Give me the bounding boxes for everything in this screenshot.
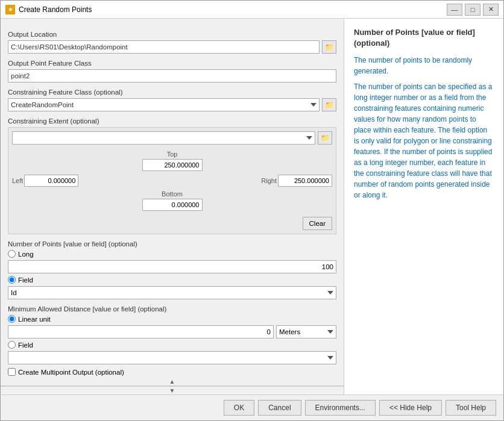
extent-bottom-input[interactable] (142, 199, 203, 211)
bottom-bar: OK Cancel Environments... << Hide Help T… (1, 394, 503, 420)
cancel-button[interactable]: Cancel (258, 400, 301, 416)
constraining-class-label: Constraining Feature Class (optional) (8, 89, 336, 96)
bottom-label: Bottom (12, 190, 332, 198)
left-panel: Output Location 📁 Output Point Feature C… (1, 19, 344, 394)
close-button[interactable]: ✕ (483, 4, 499, 16)
linear-unit-radio[interactable] (8, 315, 16, 323)
units-select[interactable]: Meters Feet Kilometers Miles (276, 325, 336, 338)
field-radio-label: Field (18, 276, 33, 284)
num-points-radio-group: Long Field Id (8, 250, 336, 299)
field-radio2-item[interactable]: Field (8, 341, 336, 349)
output-location-label: Output Location (8, 31, 336, 38)
create-multipoint-row: Create Multipoint Output (optional) (8, 368, 336, 376)
create-multipoint-checkbox[interactable] (8, 368, 16, 376)
long-radio-item[interactable]: Long (8, 250, 336, 258)
linear-unit-radio-item[interactable]: Linear unit (8, 315, 336, 323)
extent-box: 📁 Top Left Righ (8, 127, 336, 234)
tool-help-button[interactable]: Tool Help (446, 400, 496, 416)
clear-button[interactable]: Clear (303, 217, 332, 230)
main-window: ★ Create Random Points — □ ✕ Output Loca… (0, 0, 504, 421)
field2-label: Field (18, 341, 33, 349)
output-point-label: Output Point Feature Class (8, 60, 336, 67)
scroll-area[interactable]: Output Location 📁 Output Point Feature C… (1, 19, 344, 378)
extent-left-input[interactable] (24, 175, 78, 187)
main-content: Output Location 📁 Output Point Feature C… (1, 19, 503, 394)
extent-inner: Top Left Right (12, 147, 332, 214)
right-panel: Number of Points [value or field] (optio… (344, 19, 503, 394)
field2-select[interactable] (8, 351, 336, 364)
output-point-row (8, 69, 336, 83)
window-icon: ★ (5, 5, 15, 14)
num-points-label: Number of Points [value or field] (optio… (8, 240, 336, 248)
extent-header: 📁 (12, 131, 332, 145)
linear-value-input[interactable] (8, 325, 274, 338)
output-location-input[interactable] (8, 40, 320, 54)
extent-browse[interactable]: 📁 (318, 131, 332, 145)
maximize-button[interactable]: □ (465, 4, 480, 16)
extent-top-input[interactable] (142, 159, 203, 171)
help-para1: The number of points to be randomly gene… (354, 55, 494, 76)
extent-right-input[interactable] (278, 175, 332, 187)
output-location-browse[interactable]: 📁 (322, 40, 336, 54)
environments-button[interactable]: Environments... (305, 400, 376, 416)
title-bar: ★ Create Random Points — □ ✕ (1, 1, 503, 19)
clear-row: Clear (12, 217, 332, 230)
scroll-up-arrow[interactable]: ▲ (1, 378, 344, 386)
linear-unit-label: Linear unit (18, 316, 51, 323)
help-title: Number of Points [value or field] (optio… (354, 27, 494, 49)
extent-preset-select[interactable] (12, 131, 315, 145)
output-location-row: 📁 (8, 40, 336, 54)
extent-right-group: Right (261, 175, 332, 187)
long-value-input[interactable] (8, 260, 336, 273)
help-para2: The number of points can be specified as… (354, 81, 494, 201)
extent-mid-section: Left Right (12, 175, 332, 187)
linear-unit-row: Meters Feet Kilometers Miles (8, 325, 336, 338)
field-radio-item[interactable]: Field (8, 276, 336, 284)
window-controls: — □ ✕ (447, 4, 499, 16)
constraining-class-select[interactable]: CreateRandomPoint (8, 98, 320, 111)
ok-button[interactable]: OK (224, 400, 254, 416)
extent-left-group: Left (12, 175, 78, 187)
right-label: Right (261, 177, 277, 184)
field2-radio[interactable] (8, 341, 16, 349)
create-multipoint-label: Create Multipoint Output (optional) (18, 369, 124, 376)
constraining-extent-label: Constraining Extent (optional) (8, 117, 336, 125)
long-radio[interactable] (8, 250, 16, 258)
constraining-class-browse[interactable]: 📁 (322, 98, 336, 111)
min-distance-radio-group: Linear unit Meters Feet Kilometers Miles (8, 315, 336, 364)
window-title: Create Random Points (19, 5, 447, 14)
field-radio[interactable] (8, 276, 16, 284)
top-label: Top (12, 151, 332, 158)
scroll-down-arrow[interactable]: ▼ (1, 386, 344, 394)
left-label: Left (12, 177, 23, 184)
extent-bottom-section: Bottom (12, 190, 332, 211)
output-point-input[interactable] (8, 69, 336, 83)
hide-help-button[interactable]: << Hide Help (379, 400, 442, 416)
minimize-button[interactable]: — (447, 4, 462, 16)
constraining-class-row: CreateRandomPoint 📁 (8, 98, 336, 111)
min-distance-label: Minimum Allowed Distance [value or field… (8, 305, 336, 313)
extent-select-wrapper (12, 131, 315, 145)
field-select[interactable]: Id (8, 286, 336, 299)
extent-top-section: Top (12, 151, 332, 171)
long-radio-label: Long (18, 251, 34, 258)
